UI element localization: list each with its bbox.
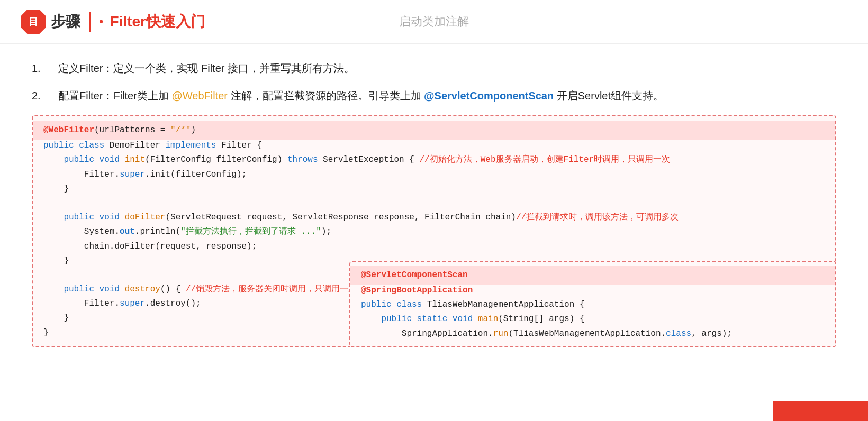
header-center-text: 启动类加注解 <box>399 14 469 30</box>
annotation-servletcomponentscan: @ServletComponentScan <box>424 90 554 102</box>
header: 目 步骤 • Filter快速入门 启动类加注解 <box>0 0 868 44</box>
code-line-7: public void doFilter(ServletRequest requ… <box>43 211 825 225</box>
bottom-hint-bar <box>773 401 868 421</box>
content-area: 1. 定义Filter：定义一个类，实现 Filter 接口，并重写其所有方法。… <box>0 44 868 363</box>
secondary-line-1: @ServletComponentScan <box>350 266 835 285</box>
step-2-text: 配置Filter：Filter类上加 @WebFilter 注解，配置拦截资源的… <box>58 87 836 104</box>
step-1-number: 1. <box>32 60 58 77</box>
keyword-servletcomponentscan: @ServletComponentScan <box>361 270 468 280</box>
code-line-1: @WebFilter(urlPatterns = "/*") <box>33 121 835 140</box>
step-icon: 目 <box>21 10 46 34</box>
annotation-webfilter: @WebFilter <box>171 90 228 102</box>
keyword-webfilter: @WebFilter <box>43 125 94 135</box>
secondary-line-5: SpringApplication.run(TliasWebManagement… <box>361 327 825 341</box>
code-line-8: System.out.println("拦截方法执行，拦截到了请求 ..."); <box>43 225 825 239</box>
code-line-9: chain.doFilter(request, response); <box>43 240 825 254</box>
page-wrapper: 目 步骤 • Filter快速入门 启动类加注解 1. 定义Filter：定义一… <box>0 0 868 421</box>
step-icon-label: 目 <box>29 15 38 28</box>
code-line-2: public class DemoFilter implements Filte… <box>43 139 825 153</box>
header-title: Filter快速入门 <box>110 12 205 32</box>
step-label: 步骤 <box>51 12 91 32</box>
bullet: • <box>99 14 103 29</box>
step-2: 2. 配置Filter：Filter类上加 @WebFilter 注解，配置拦截… <box>32 87 836 104</box>
secondary-line-2: @SpringBootApplication <box>361 283 825 298</box>
code-line-6 <box>43 196 825 211</box>
code-line-3: public void init(FilterConfig filterConf… <box>43 153 825 167</box>
step-2-number: 2. <box>32 87 58 104</box>
step-1-text: 定义Filter：定义一个类，实现 Filter 接口，并重写其所有方法。 <box>58 60 836 77</box>
code-line-5: } <box>43 182 825 196</box>
step-1: 1. 定义Filter：定义一个类，实现 Filter 接口，并重写其所有方法。 <box>32 60 836 77</box>
code-container: @WebFilter(urlPatterns = "/*") public cl… <box>32 115 836 347</box>
code-line-4: Filter.super.init(filterConfig); <box>43 168 825 182</box>
secondary-line-3: public class TliasWebManagementApplicati… <box>361 298 825 312</box>
code-block-secondary: @ServletComponentScan @SpringBootApplica… <box>349 261 836 347</box>
secondary-line-4: public static void main(String[] args) { <box>361 312 825 326</box>
